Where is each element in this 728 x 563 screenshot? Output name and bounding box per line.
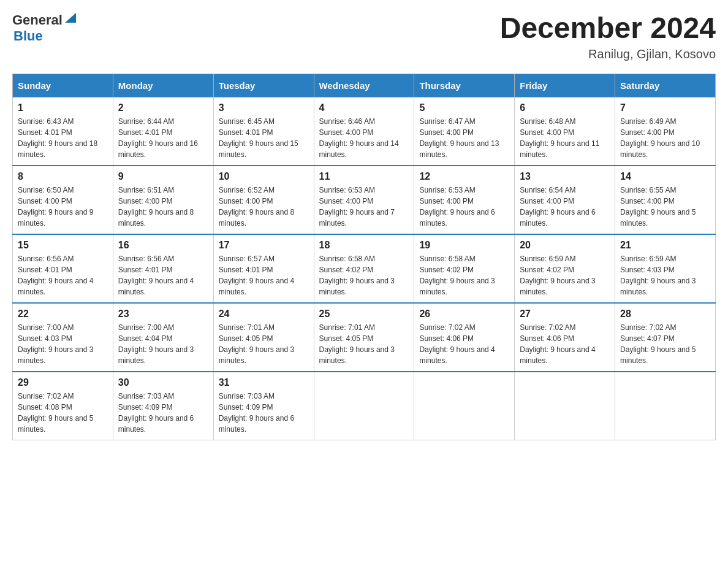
day-info: Sunrise: 6:58 AMSunset: 4:02 PMDaylight:… xyxy=(319,253,409,297)
calendar-cell: 13Sunrise: 6:54 AMSunset: 4:00 PMDayligh… xyxy=(515,166,615,234)
day-info: Sunrise: 7:03 AMSunset: 4:09 PMDaylight:… xyxy=(219,391,309,435)
day-info: Sunrise: 7:01 AMSunset: 4:05 PMDaylight:… xyxy=(319,322,409,366)
day-info: Sunrise: 6:58 AMSunset: 4:02 PMDaylight:… xyxy=(419,253,509,297)
calendar-cell: 14Sunrise: 6:55 AMSunset: 4:00 PMDayligh… xyxy=(615,166,716,234)
day-info: Sunrise: 6:59 AMSunset: 4:02 PMDaylight:… xyxy=(520,253,610,297)
calendar-cell: 27Sunrise: 7:02 AMSunset: 4:06 PMDayligh… xyxy=(515,303,615,372)
day-info: Sunrise: 6:47 AMSunset: 4:00 PMDaylight:… xyxy=(419,116,509,160)
calendar-cell: 28Sunrise: 7:02 AMSunset: 4:07 PMDayligh… xyxy=(615,303,716,372)
calendar-cell: 7Sunrise: 6:49 AMSunset: 4:00 PMDaylight… xyxy=(615,97,716,166)
day-info: Sunrise: 7:02 AMSunset: 4:06 PMDaylight:… xyxy=(419,322,509,366)
day-info: Sunrise: 7:00 AMSunset: 4:03 PMDaylight:… xyxy=(18,322,108,366)
day-number: 16 xyxy=(118,240,208,251)
column-header-sunday: Sunday xyxy=(13,74,113,97)
day-number: 22 xyxy=(18,308,108,320)
column-header-saturday: Saturday xyxy=(615,74,716,97)
day-info: Sunrise: 6:56 AMSunset: 4:01 PMDaylight:… xyxy=(118,253,208,297)
day-info: Sunrise: 6:57 AMSunset: 4:01 PMDaylight:… xyxy=(219,253,309,297)
calendar-week-row: 1Sunrise: 6:43 AMSunset: 4:01 PMDaylight… xyxy=(13,97,716,166)
day-number: 30 xyxy=(118,377,208,388)
calendar-cell: 23Sunrise: 7:00 AMSunset: 4:04 PMDayligh… xyxy=(113,303,213,372)
day-info: Sunrise: 7:02 AMSunset: 4:06 PMDaylight:… xyxy=(520,322,610,366)
day-info: Sunrise: 7:02 AMSunset: 4:08 PMDaylight:… xyxy=(18,391,108,435)
calendar-cell: 15Sunrise: 6:56 AMSunset: 4:01 PMDayligh… xyxy=(13,234,113,303)
day-number: 20 xyxy=(520,240,610,251)
day-info: Sunrise: 7:01 AMSunset: 4:05 PMDaylight:… xyxy=(219,322,309,366)
calendar-cell: 16Sunrise: 6:56 AMSunset: 4:01 PMDayligh… xyxy=(113,234,213,303)
day-number: 26 xyxy=(419,308,509,320)
day-number: 2 xyxy=(118,102,208,113)
day-number: 19 xyxy=(419,240,509,251)
day-number: 6 xyxy=(520,102,610,113)
logo: General Blue xyxy=(12,12,77,44)
day-info: Sunrise: 7:02 AMSunset: 4:07 PMDaylight:… xyxy=(620,322,710,366)
day-info: Sunrise: 7:00 AMSunset: 4:04 PMDaylight:… xyxy=(118,322,208,366)
calendar-cell: 2Sunrise: 6:44 AMSunset: 4:01 PMDaylight… xyxy=(113,97,213,166)
column-header-monday: Monday xyxy=(113,74,213,97)
day-number: 17 xyxy=(219,240,309,251)
day-info: Sunrise: 6:43 AMSunset: 4:01 PMDaylight:… xyxy=(18,116,108,160)
day-number: 11 xyxy=(319,171,409,182)
day-info: Sunrise: 7:03 AMSunset: 4:09 PMDaylight:… xyxy=(118,391,208,435)
day-number: 5 xyxy=(419,102,509,113)
logo-triangle-icon xyxy=(64,12,77,25)
calendar-cell xyxy=(615,372,716,440)
calendar-header-row: SundayMondayTuesdayWednesdayThursdayFrid… xyxy=(13,74,716,97)
location-text: Ranilug, Gjilan, Kosovo xyxy=(500,47,716,61)
day-info: Sunrise: 6:51 AMSunset: 4:00 PMDaylight:… xyxy=(118,185,208,229)
day-number: 12 xyxy=(419,171,509,182)
column-header-wednesday: Wednesday xyxy=(314,74,414,97)
calendar-cell: 30Sunrise: 7:03 AMSunset: 4:09 PMDayligh… xyxy=(113,372,213,440)
day-info: Sunrise: 6:53 AMSunset: 4:00 PMDaylight:… xyxy=(419,185,509,229)
calendar-week-row: 15Sunrise: 6:56 AMSunset: 4:01 PMDayligh… xyxy=(13,234,716,303)
column-header-thursday: Thursday xyxy=(414,74,515,97)
day-number: 18 xyxy=(319,240,409,251)
calendar-cell: 26Sunrise: 7:02 AMSunset: 4:06 PMDayligh… xyxy=(414,303,515,372)
calendar-cell: 22Sunrise: 7:00 AMSunset: 4:03 PMDayligh… xyxy=(13,303,113,372)
calendar-cell: 10Sunrise: 6:52 AMSunset: 4:00 PMDayligh… xyxy=(213,166,314,234)
calendar-cell: 5Sunrise: 6:47 AMSunset: 4:00 PMDaylight… xyxy=(414,97,515,166)
calendar-cell: 3Sunrise: 6:45 AMSunset: 4:01 PMDaylight… xyxy=(213,97,314,166)
day-number: 24 xyxy=(219,308,309,320)
calendar-cell: 19Sunrise: 6:58 AMSunset: 4:02 PMDayligh… xyxy=(414,234,515,303)
calendar-table: SundayMondayTuesdayWednesdayThursdayFrid… xyxy=(12,74,716,440)
day-number: 23 xyxy=(118,308,208,320)
calendar-cell xyxy=(314,372,414,440)
day-number: 1 xyxy=(18,102,108,113)
calendar-week-row: 29Sunrise: 7:02 AMSunset: 4:08 PMDayligh… xyxy=(13,372,716,440)
calendar-cell xyxy=(515,372,615,440)
day-number: 15 xyxy=(18,240,108,251)
calendar-cell: 6Sunrise: 6:48 AMSunset: 4:00 PMDaylight… xyxy=(515,97,615,166)
day-info: Sunrise: 6:46 AMSunset: 4:00 PMDaylight:… xyxy=(319,116,409,160)
page-header: General Blue December 2024 Ranilug, Gjil… xyxy=(12,12,716,61)
svg-marker-0 xyxy=(65,13,76,23)
day-info: Sunrise: 6:49 AMSunset: 4:00 PMDaylight:… xyxy=(620,116,710,160)
day-number: 29 xyxy=(18,377,108,388)
calendar-cell: 18Sunrise: 6:58 AMSunset: 4:02 PMDayligh… xyxy=(314,234,414,303)
calendar-cell: 24Sunrise: 7:01 AMSunset: 4:05 PMDayligh… xyxy=(213,303,314,372)
column-header-tuesday: Tuesday xyxy=(213,74,314,97)
day-info: Sunrise: 6:52 AMSunset: 4:00 PMDaylight:… xyxy=(219,185,309,229)
day-number: 7 xyxy=(620,102,710,113)
day-info: Sunrise: 6:45 AMSunset: 4:01 PMDaylight:… xyxy=(219,116,309,160)
calendar-cell: 20Sunrise: 6:59 AMSunset: 4:02 PMDayligh… xyxy=(515,234,615,303)
day-info: Sunrise: 6:50 AMSunset: 4:00 PMDaylight:… xyxy=(18,185,108,229)
day-info: Sunrise: 6:48 AMSunset: 4:00 PMDaylight:… xyxy=(520,116,610,160)
day-number: 4 xyxy=(319,102,409,113)
column-header-friday: Friday xyxy=(515,74,615,97)
calendar-cell: 12Sunrise: 6:53 AMSunset: 4:00 PMDayligh… xyxy=(414,166,515,234)
logo-general-text: General xyxy=(12,12,63,28)
day-info: Sunrise: 6:44 AMSunset: 4:01 PMDaylight:… xyxy=(118,116,208,160)
calendar-cell: 21Sunrise: 6:59 AMSunset: 4:03 PMDayligh… xyxy=(615,234,716,303)
day-number: 14 xyxy=(620,171,710,182)
calendar-cell: 4Sunrise: 6:46 AMSunset: 4:00 PMDaylight… xyxy=(314,97,414,166)
header-title-section: December 2024 Ranilug, Gjilan, Kosovo xyxy=(500,12,716,61)
day-number: 27 xyxy=(520,308,610,320)
calendar-cell: 31Sunrise: 7:03 AMSunset: 4:09 PMDayligh… xyxy=(213,372,314,440)
day-number: 28 xyxy=(620,308,710,320)
day-number: 25 xyxy=(319,308,409,320)
day-number: 21 xyxy=(620,240,710,251)
calendar-cell: 8Sunrise: 6:50 AMSunset: 4:00 PMDaylight… xyxy=(13,166,113,234)
calendar-cell: 9Sunrise: 6:51 AMSunset: 4:00 PMDaylight… xyxy=(113,166,213,234)
day-number: 13 xyxy=(520,171,610,182)
